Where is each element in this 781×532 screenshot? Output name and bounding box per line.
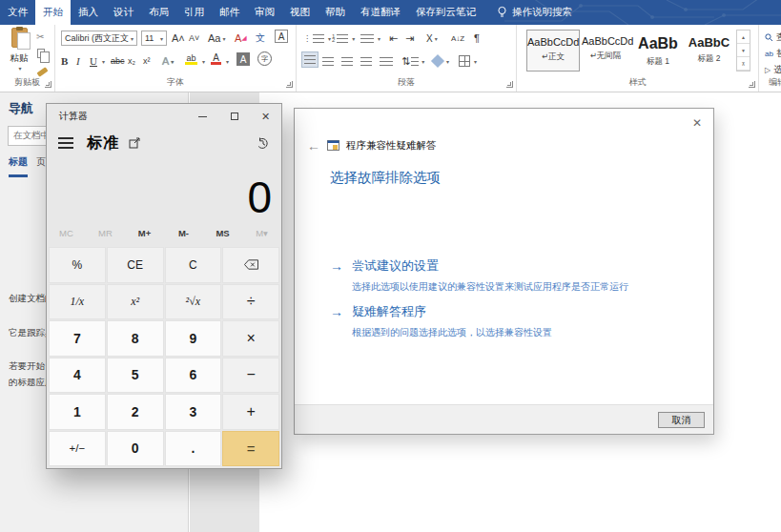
paragraph-dialog-launcher[interactable]	[506, 81, 513, 88]
memory-button-3[interactable]: M-	[164, 228, 203, 238]
calc-key-⌫[interactable]	[222, 247, 279, 283]
calc-key-%[interactable]: %	[49, 247, 106, 283]
styles-dialog-launcher[interactable]	[749, 81, 755, 88]
underline-caret[interactable]: ▾	[100, 53, 105, 69]
memory-button-4[interactable]: MS	[203, 228, 242, 238]
ribbon-tab-help[interactable]: 帮助	[318, 0, 353, 25]
text-effects-button[interactable]: A▾	[162, 53, 174, 69]
find-button[interactable]: 查找	[765, 30, 781, 45]
calc-key-1/x[interactable]: 1/x	[49, 284, 106, 320]
styles-scroll-up[interactable]: ▲	[737, 31, 750, 44]
shading-button[interactable]: ▾	[433, 53, 449, 69]
character-shading-button[interactable]: A	[236, 52, 250, 66]
calc-key-÷[interactable]: ÷	[222, 284, 279, 320]
calc-key-5[interactable]: 5	[107, 358, 164, 394]
align-left-button[interactable]	[301, 51, 319, 68]
copy-button[interactable]	[37, 46, 45, 61]
italic-button[interactable]: I	[76, 53, 80, 69]
calc-key-C[interactable]: C	[165, 247, 222, 283]
troubleshoot-option-0[interactable]: →尝试建议的设置选择此选项以使用建议的兼容性设置来测试应用程序是否正常运行	[330, 257, 628, 294]
memory-button-2[interactable]: M+	[125, 228, 164, 238]
line-spacing-button[interactable]: ⇅▾	[401, 53, 424, 69]
grow-font-button[interactable]: A˄	[172, 31, 185, 46]
memory-button-5[interactable]: M▾	[242, 228, 281, 238]
calculator-titlebar[interactable]: 计算器 ✕	[47, 104, 281, 129]
paste-button[interactable]: 粘贴 ▾	[5, 28, 33, 72]
calc-key-×[interactable]: ×	[222, 320, 279, 357]
calc-minimize-button[interactable]	[187, 104, 218, 129]
calc-key-8[interactable]: 8	[107, 320, 164, 357]
style-card-3[interactable]: AaBbC标题 2	[687, 30, 731, 72]
justify-button[interactable]	[360, 53, 372, 69]
strikethrough-button[interactable]: abc	[111, 53, 125, 69]
distribute-button[interactable]	[380, 53, 393, 69]
ribbon-tab-layout[interactable]: 布局	[141, 0, 176, 25]
calc-key-x²[interactable]: x²	[107, 284, 164, 320]
change-case-button[interactable]: Aa▾	[208, 31, 225, 46]
dialog-back-button[interactable]: ←	[307, 140, 320, 152]
calc-menu-icon[interactable]	[58, 137, 73, 149]
highlight-caret[interactable]: ▾	[200, 53, 205, 69]
ribbon-tab-youdao-translate[interactable]: 有道翻译	[353, 0, 408, 25]
styles-more-button[interactable]: ⊼	[737, 57, 750, 71]
phonetic-guide-button[interactable]: 文	[256, 31, 265, 46]
ribbon-tab-references[interactable]: 引用	[176, 0, 212, 25]
enclose-characters-button[interactable]: 字	[257, 51, 272, 66]
asian-layout-button[interactable]: X▾	[426, 31, 438, 46]
bullets-button[interactable]: ⋮▾	[303, 31, 331, 46]
shrink-font-button[interactable]: A˅	[189, 31, 199, 46]
calc-key-²√x[interactable]: ²√x	[165, 284, 222, 320]
calc-maximize-button[interactable]	[218, 104, 250, 129]
increase-indent-button[interactable]: ⇥	[405, 31, 414, 46]
calc-key-2[interactable]: 2	[107, 394, 164, 430]
cut-button[interactable]: ✂	[36, 29, 44, 44]
underline-button[interactable]: U	[90, 53, 97, 69]
ribbon-tab-design[interactable]: 设计	[106, 0, 141, 25]
align-center-button[interactable]	[322, 53, 334, 69]
calc-key-+[interactable]: +	[222, 394, 279, 430]
calc-close-button[interactable]: ✕	[250, 104, 281, 129]
bold-button[interactable]: B	[61, 53, 68, 69]
font-size-combobox[interactable]: 11▾	[141, 31, 167, 46]
highlight-button[interactable]: ab	[185, 51, 197, 67]
style-card-0[interactable]: AaBbCcDd↵正文	[526, 30, 580, 72]
replace-button[interactable]: ab替换	[765, 46, 781, 61]
numbering-button[interactable]: 12▾	[332, 31, 355, 46]
font-color-button[interactable]: A	[211, 51, 221, 67]
font-name-combobox[interactable]: Calibri (西文正文▾	[61, 31, 137, 46]
nav-tab-headings[interactable]: 标题	[9, 155, 28, 177]
calc-key-.[interactable]: .	[165, 431, 222, 467]
calc-key-CE[interactable]: CE	[107, 247, 164, 283]
memory-button-0[interactable]: MC	[47, 228, 86, 238]
character-border-button[interactable]: A	[275, 30, 288, 43]
tell-me-search[interactable]: 操作说明搜索	[497, 0, 572, 25]
superscript-button[interactable]: x²	[143, 53, 151, 69]
style-card-2[interactable]: AaBb标题 1	[634, 30, 682, 72]
ribbon-tab-review[interactable]: 审阅	[247, 0, 282, 25]
align-right-button[interactable]	[341, 53, 353, 69]
calc-key-4[interactable]: 4	[49, 358, 106, 394]
sort-button[interactable]: A↓Z	[451, 31, 464, 46]
ribbon-tab-file[interactable]: 文件	[0, 0, 35, 25]
calc-key-3[interactable]: 3	[165, 394, 222, 430]
borders-button[interactable]: ▾	[459, 53, 477, 69]
ribbon-tab-save-to-cloud-notes[interactable]: 保存到云笔记	[408, 0, 483, 25]
ribbon-tab-mailings[interactable]: 邮件	[212, 0, 247, 25]
troubleshoot-option-1[interactable]: →疑难解答程序根据遇到的问题选择此选项，以选择兼容性设置	[330, 303, 552, 339]
font-dialog-launcher[interactable]	[286, 81, 293, 88]
calc-key-1[interactable]: 1	[49, 394, 106, 430]
dialog-close-button[interactable]: ✕	[692, 116, 702, 130]
multilevel-list-button[interactable]: ▾	[360, 31, 380, 46]
cancel-button[interactable]: 取消	[658, 412, 705, 428]
show-hide-marks-button[interactable]: ¶	[474, 31, 480, 46]
history-icon[interactable]	[257, 137, 270, 150]
select-button[interactable]: ▷选择	[765, 62, 781, 77]
memory-button-1[interactable]: MR	[86, 228, 125, 238]
keep-on-top-icon[interactable]	[129, 137, 140, 149]
styles-gallery-scrollbar[interactable]: ▲ ▼ ⊼	[736, 30, 750, 72]
styles-scroll-down[interactable]: ▼	[737, 44, 750, 57]
style-card-1[interactable]: AaBbCcDd↵无间隔	[582, 30, 629, 72]
subscript-button[interactable]: x₂	[128, 53, 135, 69]
decrease-indent-button[interactable]: ⇤	[389, 31, 398, 46]
calc-key-−[interactable]: −	[222, 358, 279, 394]
